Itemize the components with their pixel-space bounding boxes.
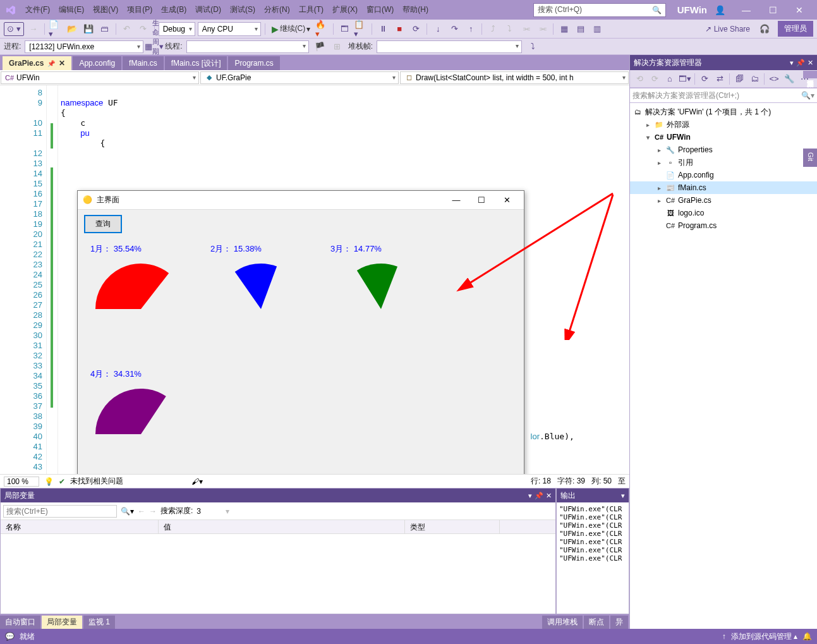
btab-监视 1[interactable]: 监视 1 xyxy=(83,616,115,629)
locals-tool-icon[interactable]: ▾ xyxy=(226,507,229,516)
solexp-close-icon[interactable]: ✕ xyxy=(808,59,813,67)
open-button[interactable]: 📂 xyxy=(65,22,79,36)
method-combo[interactable]: ◻Draw(List<StatCount> list, int width = … xyxy=(400,71,629,84)
output-icon[interactable]: 💬 xyxy=(5,632,15,641)
wrench-icon[interactable]: 🔧 xyxy=(782,72,796,86)
tree-UFWin[interactable]: ▾C#UFWin xyxy=(630,131,817,143)
lifecycle-button[interactable]: ▦ 生命周期事件 ▾ xyxy=(147,40,161,54)
brush-icon[interactable]: 🖌▾ xyxy=(191,477,203,486)
menu-编辑(E)[interactable]: 编辑(E) xyxy=(55,2,88,18)
nav-left-icon[interactable]: ← xyxy=(138,507,145,516)
menu-帮助(H)[interactable]: 帮助(H) xyxy=(399,2,432,18)
new-file-button[interactable]: 📄▾ xyxy=(49,22,63,36)
global-search-input[interactable]: 搜索 (Ctrl+Q) 🔍 xyxy=(533,3,666,17)
tree-GraPie.cs[interactable]: ▸C#GraPie.cs xyxy=(630,194,817,207)
sidetab-solexp[interactable]: 解决方案资源管理器 xyxy=(803,71,817,78)
zoom-combo[interactable]: 100 % xyxy=(4,477,39,487)
col-值[interactable]: 值 xyxy=(159,520,405,533)
restart-button[interactable]: ⟳ xyxy=(409,22,423,36)
menu-分析(N)[interactable]: 分析(N) xyxy=(260,2,294,18)
depth-combo[interactable]: 3 xyxy=(197,507,222,516)
thread-combo[interactable] xyxy=(186,40,309,53)
col-类型[interactable]: 类型 xyxy=(405,520,500,533)
live-share-button[interactable]: ↗ Live Share xyxy=(700,23,755,35)
popup-titlebar[interactable]: 🟡 主界面 — ☐ ✕ xyxy=(78,191,524,210)
back-icon[interactable]: ⟲ xyxy=(632,72,646,86)
locals-dropdown-icon[interactable]: ▾ xyxy=(528,492,532,500)
popup-close-button[interactable]: ✕ xyxy=(495,193,519,208)
locals-pin-icon[interactable]: 📌 xyxy=(535,492,543,500)
feedback-button[interactable]: 🎧 xyxy=(758,22,772,36)
nav-fwd-button[interactable]: → xyxy=(27,22,40,36)
tb-icon-1[interactable]: 🗔 xyxy=(337,22,351,36)
output-body[interactable]: "UFWin.exe"(CLR "UFWin.exe"(CLR "UFWin.e… xyxy=(557,502,629,614)
step-over-button[interactable]: ↷ xyxy=(447,22,461,36)
config-combo[interactable]: Debug xyxy=(159,22,195,36)
menu-项目(P)[interactable]: 项目(P) xyxy=(123,2,156,18)
step-out-button[interactable]: ↑ xyxy=(464,22,478,36)
namespace-combo[interactable]: C#UFWin xyxy=(1,71,199,84)
filter-icon[interactable]: ⇄ xyxy=(713,72,727,86)
tb-icon-7[interactable]: ▦ xyxy=(557,22,571,36)
menu-生成(B)[interactable]: 生成(B) xyxy=(157,2,190,18)
continue-button[interactable]: ▶继续(C) ▾ xyxy=(269,23,313,34)
search-icon[interactable]: 🔍▾ xyxy=(121,507,134,516)
tb2-icon-3[interactable]: ⤵ xyxy=(526,40,540,54)
locals-search-input[interactable] xyxy=(3,505,117,518)
tree-外部源[interactable]: ▸📁外部源 xyxy=(630,118,817,131)
save-button[interactable]: 💾 xyxy=(82,22,95,36)
menu-扩展(X)[interactable]: 扩展(X) xyxy=(329,2,361,18)
sync-icon[interactable]: ⟳ xyxy=(698,72,711,86)
menu-视图(V)[interactable]: 视图(V) xyxy=(89,2,122,18)
solexp-pin-icon[interactable]: 📌 xyxy=(796,59,805,67)
sidetab-git[interactable]: Git 更改 xyxy=(803,149,817,167)
lightbulb-icon[interactable]: 💡 xyxy=(44,477,54,486)
tree-引用[interactable]: ▸▫引用 xyxy=(630,156,817,169)
close-button[interactable]: ✕ xyxy=(787,3,812,18)
btab-调用堆栈[interactable]: 调用堆栈 xyxy=(542,616,583,629)
process-combo[interactable]: [12132] UFWin.exe xyxy=(25,40,143,53)
tb-icon-4[interactable]: ⤵ xyxy=(502,22,516,36)
btab-自动窗口[interactable]: 自动窗口 xyxy=(0,616,40,629)
popup-max-button[interactable]: ☐ xyxy=(469,193,493,208)
solexp-dropdown-icon[interactable]: ▾ xyxy=(790,59,794,67)
minimize-button[interactable]: — xyxy=(734,3,759,18)
user-icon[interactable]: 👤 xyxy=(707,3,732,18)
properties-icon[interactable]: <> xyxy=(767,72,781,86)
show-all-icon[interactable]: 🗐 xyxy=(732,72,746,86)
btab-局部变量[interactable]: 局部变量 xyxy=(42,616,82,629)
popup-min-button[interactable]: — xyxy=(444,193,468,208)
menu-调试(D)[interactable]: 调试(D) xyxy=(191,2,225,18)
solexp-search-input[interactable]: 搜索解决方案资源管理器(Ctrl+;)🔍▾ xyxy=(630,88,817,103)
tb-icon-5[interactable]: ⫘ xyxy=(519,22,533,36)
tb-icon-9[interactable]: ▥ xyxy=(590,22,604,36)
tb-icon-6[interactable]: ⫘ xyxy=(535,22,549,36)
tree-App.config[interactable]: 📄App.config xyxy=(630,169,817,181)
tb2-icon-2[interactable]: ⊞ xyxy=(330,40,344,54)
undo-button[interactable]: ↶ xyxy=(120,22,134,36)
platform-combo[interactable]: Any CPU xyxy=(198,22,261,36)
menu-工具(T)[interactable]: 工具(T) xyxy=(295,2,327,18)
stop-button[interactable]: ■ xyxy=(392,22,406,36)
tb-icon-8[interactable]: ▤ xyxy=(574,22,588,36)
tb-icon-3[interactable]: ⤴ xyxy=(486,22,500,36)
tb2-icon-1[interactable]: 🏴 xyxy=(313,40,327,54)
doctab-Program.cs[interactable]: Program.cs xyxy=(228,56,279,70)
doctab-fMain.cs[interactable]: fMain.cs xyxy=(123,56,164,70)
btab-异[interactable]: 异 xyxy=(610,616,628,629)
step-in-button[interactable]: ↓ xyxy=(431,22,445,36)
solution-tree[interactable]: 🗂解决方案 'UFWin' (1 个项目，共 1 个)▸📁外部源▾C#UFWin… xyxy=(630,103,817,629)
redo-button[interactable]: ↷ xyxy=(136,22,150,36)
btab-断点[interactable]: 断点 xyxy=(584,616,609,629)
menu-文件(F)[interactable]: 文件(F) xyxy=(21,2,54,18)
menu-测试(S)[interactable]: 测试(S) xyxy=(226,2,259,18)
home-icon[interactable]: ⌂ xyxy=(663,72,677,86)
tree-root[interactable]: 🗂解决方案 'UFWin' (1 个项目，共 1 个) xyxy=(630,106,817,118)
switch-view-icon[interactable]: 🗔▾ xyxy=(678,72,692,86)
stack-combo[interactable] xyxy=(377,40,522,53)
nav-back-button[interactable]: ⊙ ▾ xyxy=(4,22,24,36)
tree-Properties[interactable]: ▸🔧Properties xyxy=(630,143,817,156)
doctab-App.config[interactable]: App.config xyxy=(73,56,121,70)
output-dropdown-icon[interactable]: ▾ xyxy=(621,492,625,500)
pause-button[interactable]: ⏸ xyxy=(376,22,390,36)
